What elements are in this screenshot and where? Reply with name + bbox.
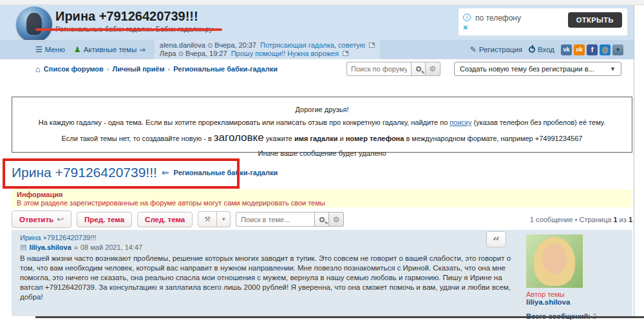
- notice-greeting: Дорогие друзья!: [12, 106, 632, 113]
- meta-separator: »: [74, 243, 78, 251]
- notice-text: укажите: [264, 135, 294, 142]
- topic-search-advanced-button[interactable]: ⚙: [329, 212, 344, 227]
- current-page: 1: [613, 216, 617, 223]
- forum-search-input[interactable]: [346, 62, 411, 76]
- external-link-icon[interactable]: [369, 43, 375, 48]
- site-header: Ирина +79126420739!!! Региональные бабки…: [0, 5, 634, 40]
- recent-post-time: Вчера, 19:27: [185, 50, 227, 57]
- menu-bar: ☰ Меню ♟ Активные темы ⇒ alena.danilova …: [0, 40, 634, 59]
- browser-edge-strip: [0, 0, 644, 5]
- total-pages: 1: [629, 216, 632, 223]
- red-underline-annotation: [35, 28, 222, 31]
- notice-line-2: На каждую гадалку - одна тема. Если вы х…: [12, 118, 632, 126]
- post-container: Ирина +79126420739!!! ▤ liliya.shilova »…: [12, 230, 632, 316]
- breadcrumb-bar: ⌂ Список форумов ‹ Личный приём ‹ Регион…: [0, 59, 634, 79]
- notice-line-3: Если такой темы нет, то создавайте новую…: [12, 131, 632, 144]
- ad-open-button[interactable]: ОТКРЫТЬ: [568, 12, 622, 28]
- search-submit-button[interactable]: [411, 62, 426, 76]
- facebook-icon[interactable]: f: [587, 44, 598, 55]
- topic-search-input[interactable]: [236, 212, 314, 227]
- prev-topic-button[interactable]: Пред. тема: [77, 212, 132, 227]
- menu-label: Меню: [45, 46, 65, 53]
- topic-tools-group: ⚒ ▼: [198, 211, 231, 227]
- active-topics-button[interactable]: ♟ Активные темы ⇒: [74, 45, 146, 54]
- quote-button[interactable]: “: [486, 231, 506, 247]
- info-icon[interactable]: i: [463, 14, 471, 21]
- register-label: Регистрация: [479, 46, 522, 53]
- arrow-right-icon: ⇒: [139, 45, 146, 54]
- post-author-link[interactable]: liliya.shilova: [29, 243, 71, 251]
- odnoklassniki-icon[interactable]: ok: [574, 44, 585, 55]
- create-topic-select-value: Создать новую тему без регистрации в...: [460, 65, 594, 73]
- info-box-text: В этом разделе зарегистрированные на фор…: [17, 199, 627, 207]
- notice-text: и: [337, 135, 345, 142]
- page-bottom-edge: [35, 316, 644, 318]
- clock-icon: ⊙: [207, 42, 213, 49]
- tools-dropdown-icon[interactable]: ▼: [217, 211, 231, 227]
- message-count: 1 сообщение: [530, 216, 573, 223]
- mailru-icon[interactable]: @: [600, 44, 611, 55]
- breadcrumb-category[interactable]: Личный приём: [113, 65, 165, 73]
- ad-close-icon[interactable]: ×: [463, 24, 468, 32]
- post-meta: ▤ liliya.shilova » 08 май 2021, 14:47: [20, 243, 142, 251]
- author-avatar[interactable]: [526, 234, 583, 288]
- post-title-link[interactable]: Ирина +79126420739!!!: [20, 234, 96, 242]
- recent-posts-block: alena.danilova ⊙ Вчера, 20:37 Потрясающа…: [155, 40, 380, 59]
- search-link[interactable]: поиску: [450, 118, 471, 126]
- search-icon: [319, 217, 325, 222]
- login-link[interactable]: Вход: [529, 46, 554, 53]
- notice-bold-word: имя гадалки: [294, 135, 337, 142]
- page-right-edge: [634, 5, 634, 317]
- breadcrumb: ⌂ Список форумов ‹ Личный приём ‹ Регион…: [35, 65, 278, 73]
- wrench-icon[interactable]: ⚒: [198, 211, 217, 227]
- login-label: Вход: [538, 46, 554, 53]
- active-topics-icon: ♟: [74, 45, 81, 54]
- reply-button[interactable]: Ответить↩: [12, 211, 71, 228]
- social-buttons: vk ok f @ ▼: [561, 44, 623, 55]
- back-arrow-icon: ⇐: [162, 167, 169, 178]
- menu-button[interactable]: ☰ Меню: [35, 45, 65, 54]
- section-info-box: Информация В этом разделе зарегистрирова…: [12, 189, 632, 207]
- post-date: 08 май 2021, 14:47: [80, 243, 142, 251]
- globe-figure-icon: [26, 13, 42, 35]
- register-icon: ✎: [470, 45, 477, 54]
- info-box-title: Информация: [17, 191, 627, 199]
- post-body: В нашей жизни часто возникают проблемы, …: [20, 254, 521, 302]
- gear-icon: ⚙: [333, 216, 340, 223]
- forum-search: ⚙: [346, 62, 440, 76]
- gear-icon: ⚙: [430, 65, 437, 73]
- clock-icon: ⊙: [178, 50, 183, 57]
- vk-icon[interactable]: vk: [561, 44, 572, 55]
- notice-text: в международном формате, например +74991…: [404, 135, 582, 142]
- document-icon: ▤: [20, 243, 26, 251]
- topic-title-link[interactable]: Ирина +79126420739!!!: [12, 165, 157, 180]
- create-topic-select[interactable]: Создать новую тему без регистрации в... …: [454, 62, 621, 76]
- site-logo-avatar[interactable]: [16, 6, 52, 43]
- ad-banner: i по телефону ОТКРЫТЬ ×: [459, 8, 627, 35]
- home-icon[interactable]: ⌂: [35, 66, 41, 73]
- topic-toolbar: Ответить↩ Пред. тема След. тема ⚒ ▼ ⚙ 1 …: [12, 211, 632, 228]
- next-topic-button[interactable]: След. тема: [137, 212, 193, 227]
- share-more-icon[interactable]: ▼: [612, 44, 623, 55]
- site-title[interactable]: Ирина +79126420739!!!: [55, 9, 198, 24]
- topic-search-submit-button[interactable]: [314, 212, 329, 227]
- author-username-link[interactable]: liliya.shilova: [526, 298, 570, 306]
- of-word: из: [620, 216, 627, 223]
- recent-post-link[interactable]: Прошу помощи!! Нужна ворожея: [231, 50, 339, 57]
- register-link[interactable]: ✎ Регистрация: [470, 45, 522, 54]
- recent-post-user[interactable]: Лера: [160, 50, 176, 57]
- power-icon: [529, 46, 535, 53]
- external-link-icon[interactable]: [343, 51, 348, 56]
- notice-bold-word: номер телефона: [346, 135, 404, 142]
- recent-post-user[interactable]: alena.danilova: [160, 41, 205, 49]
- notice-line-4: Иначе ваше сообщение будет удалено: [12, 149, 632, 157]
- breadcrumb-current-forum[interactable]: Региональные бабки-гадалки: [173, 65, 278, 73]
- recent-post-link[interactable]: Потрясающая гадалка, советую: [260, 41, 365, 49]
- recent-post-row: alena.danilova ⊙ Вчера, 20:37 Потрясающа…: [160, 41, 375, 49]
- advanced-search-button[interactable]: ⚙: [426, 62, 440, 76]
- search-icon: [416, 66, 421, 71]
- ad-label: по телефону: [475, 14, 521, 23]
- topic-forum-link[interactable]: Региональные бабки-гадалки: [174, 169, 278, 176]
- breadcrumb-forum-index[interactable]: Список форумов: [44, 65, 104, 73]
- reply-label: Ответить: [19, 216, 53, 223]
